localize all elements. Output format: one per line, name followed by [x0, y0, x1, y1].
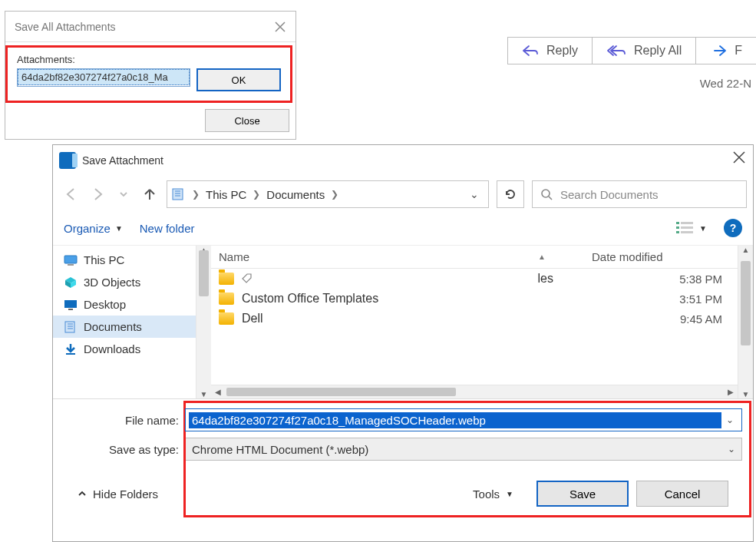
organize-button[interactable]: Organize ▼ — [64, 222, 123, 235]
file-row[interactable]: Custom Office Templates 3:51 PM — [211, 289, 738, 309]
crumb-this-pc[interactable]: This PC — [206, 188, 246, 201]
file-dialog-footer: Hide Folders Tools ▼ Save Cancel — [64, 467, 742, 514]
tree-item-this-pc[interactable]: This PC — [53, 249, 196, 271]
folder-icon — [219, 273, 234, 285]
sort-indicator-icon: ▲ — [538, 253, 546, 261]
forward-nav-button[interactable] — [88, 185, 107, 203]
chevron-right-icon[interactable]: ❯ — [331, 189, 338, 200]
column-date-label: Date modified — [592, 250, 663, 263]
file-list-scrollbar[interactable]: ▲ ▼ — [738, 246, 753, 398]
chevron-down-icon[interactable]: ⌄ — [470, 188, 484, 200]
tree-label: Desktop — [84, 298, 126, 311]
chevron-down-icon: ▼ — [115, 224, 123, 233]
scroll-down-icon[interactable]: ▼ — [196, 390, 211, 398]
reply-all-button[interactable]: Reply All — [592, 37, 695, 64]
scrollbar-thumb[interactable] — [199, 250, 209, 296]
chevron-down-icon: ▼ — [699, 224, 707, 233]
save-button[interactable]: Save — [536, 481, 629, 507]
ok-button[interactable]: OK — [196, 68, 281, 91]
crumb-documents[interactable]: Documents — [266, 188, 325, 201]
folder-icon — [219, 292, 234, 305]
file-name-value: 64da2bf82e307274f27a0c18_ManagedSOCHeade… — [189, 412, 721, 428]
view-mode-button[interactable]: ▼ — [676, 221, 707, 235]
svg-rect-5 — [681, 222, 693, 224]
close-icon[interactable] — [733, 151, 745, 164]
svg-rect-12 — [65, 322, 74, 332]
file-name-suffix: les — [538, 272, 553, 286]
file-list[interactable]: Name ▲ Date modified les 5:38 PM Custom — [211, 246, 738, 398]
outlook-icon — [59, 152, 76, 169]
breadcrumb[interactable]: ❯ This PC ❯ Documents ❯ ⌄ — [167, 180, 489, 208]
file-row[interactable]: les 5:38 PM — [211, 269, 738, 289]
chevron-down-icon[interactable]: ⌄ — [721, 415, 738, 425]
file-date: 5:38 PM — [576, 273, 730, 286]
documents-icon — [64, 321, 78, 333]
cancel-button[interactable]: Cancel — [636, 481, 728, 507]
tree-scrollbar[interactable]: ▲ ▼ — [196, 246, 211, 398]
help-button[interactable]: ? — [724, 219, 742, 237]
desktop-icon — [64, 299, 78, 311]
search-input[interactable]: Search Documents — [532, 180, 747, 208]
forward-label: F — [735, 44, 742, 58]
cube-icon — [64, 276, 78, 289]
svg-rect-7 — [681, 231, 693, 233]
save-as-type-select[interactable]: Chrome HTML Document (*.webp) ⌄ — [185, 438, 742, 461]
documents-icon — [172, 188, 186, 200]
forward-icon — [710, 45, 727, 57]
file-dialog-toolbar: Organize ▼ New folder ▼ ? — [53, 213, 753, 246]
file-dialog-nav: ❯ This PC ❯ Documents ❯ ⌄ Search Documen… — [53, 176, 753, 213]
file-name-input[interactable]: 64da2bf82e307274f27a0c18_ManagedSOCHeade… — [185, 408, 742, 431]
chevron-down-icon: ▼ — [506, 490, 513, 498]
attachment-item[interactable]: 64da2bf82e307274f27a0c18_Ma — [18, 69, 190, 85]
file-dialog-body: This PC 3D Objects Desktop Documents — [53, 246, 753, 399]
chevron-up-icon — [78, 489, 87, 498]
scrollbar-thumb[interactable] — [741, 261, 751, 345]
column-date[interactable]: Date modified — [584, 246, 738, 268]
reply-label: Reply — [546, 44, 578, 58]
hide-folders-label: Hide Folders — [93, 487, 158, 501]
forward-button[interactable]: F — [695, 37, 756, 64]
svg-rect-3 — [676, 226, 679, 229]
scroll-up-icon[interactable]: ▲ — [738, 246, 753, 254]
column-name[interactable]: Name ▲ — [211, 246, 584, 268]
file-dialog-titlebar: Save Attachment — [53, 145, 753, 176]
hide-folders-button[interactable]: Hide Folders — [78, 487, 158, 501]
column-name-label: Name — [219, 250, 249, 263]
file-date: 9:45 AM — [576, 312, 730, 326]
chevron-right-icon[interactable]: ❯ — [192, 189, 200, 200]
attachments-list[interactable]: 64da2bf82e307274f27a0c18_Ma — [17, 68, 190, 87]
mail-date: Wed 22-N — [700, 77, 751, 90]
tree-item-downloads[interactable]: Downloads — [53, 338, 196, 360]
tools-dropdown[interactable]: Tools ▼ — [473, 487, 513, 501]
scroll-left-icon[interactable]: ◀ — [211, 388, 225, 396]
scrollbar-thumb[interactable] — [226, 388, 456, 396]
tree-item-documents[interactable]: Documents — [53, 316, 196, 338]
tree-item-desktop[interactable]: Desktop — [53, 293, 196, 316]
file-list-h-scrollbar[interactable]: ◀ ▶ — [211, 385, 738, 398]
reply-all-icon — [606, 45, 626, 57]
close-button[interactable]: Close — [205, 109, 289, 132]
chevron-right-icon[interactable]: ❯ — [253, 189, 260, 200]
close-icon[interactable] — [271, 18, 289, 36]
pc-icon — [64, 254, 78, 266]
view-icon — [676, 221, 695, 235]
up-button[interactable] — [140, 185, 159, 203]
folder-tree[interactable]: This PC 3D Objects Desktop Documents — [53, 246, 196, 398]
svg-rect-2 — [676, 222, 679, 224]
recent-dropdown[interactable] — [114, 185, 133, 203]
tools-label: Tools — [473, 487, 500, 501]
reply-all-label: Reply All — [634, 44, 682, 58]
back-button[interactable] — [62, 185, 81, 203]
save-all-attachments-dialog: Save All Attachments Attachments: 64da2b… — [5, 11, 296, 140]
reply-button[interactable]: Reply — [507, 37, 592, 64]
new-folder-label: New folder — [140, 222, 195, 235]
svg-rect-13 — [66, 353, 75, 355]
file-row[interactable]: Dell 9:45 AM — [211, 309, 738, 329]
refresh-button[interactable] — [497, 180, 524, 208]
scroll-down-icon[interactable]: ▼ — [738, 390, 753, 398]
svg-rect-0 — [173, 189, 183, 200]
new-folder-button[interactable]: New folder — [140, 222, 195, 235]
tree-label: 3D Objects — [84, 276, 140, 289]
tree-item-3d-objects[interactable]: 3D Objects — [53, 271, 196, 293]
scroll-right-icon[interactable]: ▶ — [724, 388, 738, 396]
